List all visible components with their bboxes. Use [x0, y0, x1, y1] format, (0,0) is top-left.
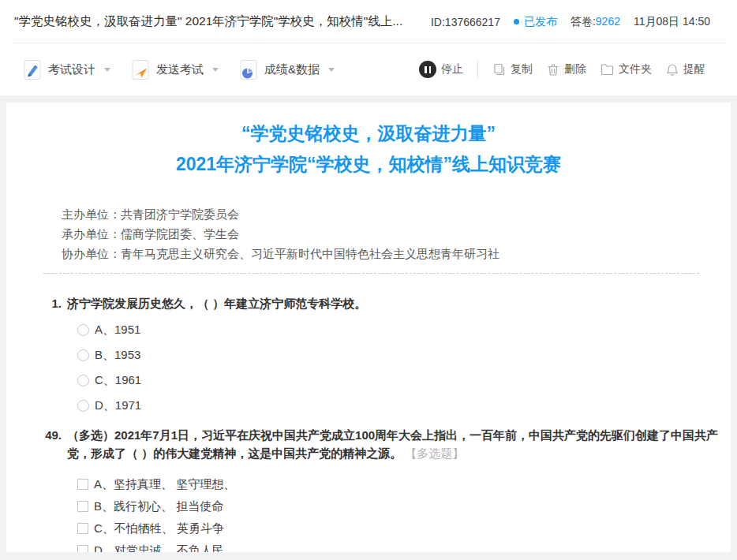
option-d[interactable]: D、1971	[77, 393, 731, 418]
question-text: 济宁学院发展历史悠久，（ ）年建立济宁师范专科学校。	[67, 294, 366, 312]
option-b[interactable]: B、1953	[77, 342, 731, 368]
option-label: B、1953	[95, 348, 140, 363]
radio-icon[interactable]	[77, 400, 89, 412]
topbar: "学党史铭校史，汲取奋进力量" 2021年济宁学院"学校史，知校情"线上... …	[0, 0, 737, 43]
send-exam-icon	[132, 59, 149, 80]
remind-label: 提醒	[683, 62, 705, 77]
survey-title-line2: 2021年济宁学院“学校史，知校情”线上知识竞赛	[6, 149, 731, 180]
delete-button[interactable]: 删除	[547, 62, 586, 77]
organizer-block: 主办单位：共青团济宁学院委员会 承办单位：儒商学院团委、学生会 协办单位：青年马…	[62, 204, 731, 263]
bell-icon	[666, 63, 679, 77]
page-background: “学党史铭校史，汲取奋进力量” 2021年济宁学院“学校史，知校情”线上知识竞赛…	[0, 95, 737, 560]
topbar-meta: ID:137666217 已发布 答卷:9262 11月08日 14:50	[431, 15, 710, 29]
survey-title-line1: “学党史铭校史，汲取奋进力量”	[6, 118, 731, 149]
question-number: 49.	[38, 426, 62, 444]
option-a[interactable]: A、坚持真理、 坚守理想、	[77, 473, 731, 495]
status-label: 已发布	[524, 15, 557, 29]
menu-scores-data-label: 成绩&数据	[264, 62, 320, 77]
copy-label: 复制	[511, 62, 533, 77]
radio-icon[interactable]	[77, 375, 89, 386]
question-49: 49. （多选）2021年7月1日，习近平在庆祝中国共产党成立100周年大会上指…	[6, 426, 731, 462]
organizer-host: 主办单位：共青团济宁学院委员会	[62, 204, 731, 224]
checkbox-icon[interactable]	[77, 545, 88, 552]
menu-send-exam-label: 发送考试	[156, 62, 204, 77]
chevron-down-icon	[328, 68, 335, 72]
menu-scores-data[interactable]: 成绩&数据	[240, 59, 335, 80]
option-c[interactable]: C、1961	[77, 368, 731, 393]
question-text-body: （多选）2021年7月1日，习近平在庆祝中国共产党成立100周年大会上指出，一百…	[67, 428, 718, 460]
toolbar: 考试设计 发送考试 成绩&数据 停止	[0, 43, 737, 95]
status-badge: 已发布	[514, 15, 557, 29]
option-label: A、1951	[95, 323, 140, 338]
exam-design-icon	[24, 59, 41, 80]
option-b[interactable]: B、践行初心、 担当使命	[77, 495, 731, 517]
organizer-undertaker: 承办单位：儒商学院团委、学生会	[62, 224, 731, 244]
answers-count[interactable]: 答卷:9262	[571, 15, 620, 29]
delete-label: 删除	[564, 62, 586, 77]
option-label: C、1961	[95, 373, 141, 388]
trash-icon	[547, 63, 559, 77]
option-a[interactable]: A、1951	[77, 317, 731, 342]
option-label: A、坚持真理、 坚守理想、	[94, 477, 235, 492]
menu-exam-design[interactable]: 考试设计	[24, 59, 110, 80]
remind-button[interactable]: 提醒	[666, 62, 705, 77]
answers-label: 答卷:	[571, 15, 596, 28]
option-d[interactable]: D、对党忠诚、 不负人民	[77, 539, 731, 552]
question-text: （多选）2021年7月1日，习近平在庆祝中国共产党成立100周年大会上指出，一百…	[67, 426, 731, 462]
section-divider	[43, 273, 699, 274]
checkbox-icon[interactable]	[77, 479, 88, 490]
multi-select-tag: 【多选题】	[405, 446, 464, 460]
status-dot-icon	[514, 19, 519, 24]
menu-exam-design-label: 考试设计	[48, 62, 95, 77]
folder-icon	[600, 63, 614, 76]
stop-button[interactable]: 停止	[419, 61, 463, 78]
exam-id: ID:137666217	[431, 16, 500, 28]
chevron-down-icon	[104, 68, 110, 72]
option-label: D、对党忠诚、 不负人民	[94, 543, 224, 553]
checkbox-icon[interactable]	[77, 501, 88, 512]
chevron-down-icon	[212, 68, 219, 72]
option-label: B、践行初心、 担当使命	[94, 499, 223, 514]
survey-preview-card: “学党史铭校史，汲取奋进力量” 2021年济宁学院“学校史，知校情”线上知识竞赛…	[6, 103, 731, 552]
option-label: D、1971	[95, 398, 141, 413]
question-number: 1.	[38, 294, 62, 312]
option-c[interactable]: C、不怕牺牲、 英勇斗争	[77, 517, 731, 539]
stop-label: 停止	[441, 62, 463, 77]
toolbar-divider	[477, 62, 478, 77]
question-49-options: A、坚持真理、 坚守理想、 B、践行初心、 担当使命 C、不怕牺牲、 英勇斗争 …	[6, 473, 731, 552]
scores-data-icon	[240, 59, 257, 80]
checkbox-icon[interactable]	[77, 523, 88, 534]
radio-icon[interactable]	[77, 349, 89, 361]
copy-icon	[492, 63, 506, 77]
menu-send-exam[interactable]: 发送考试	[132, 59, 219, 80]
copy-button[interactable]: 复制	[492, 62, 533, 77]
organizer-co: 协办单位：青年马克思主义研究会、习近平新时代中国特色社会主义思想青年研习社	[62, 244, 731, 263]
exam-datetime: 11月08日 14:50	[634, 15, 710, 29]
question-1: 1. 济宁学院发展历史悠久，（ ）年建立济宁师范专科学校。	[6, 294, 731, 312]
radio-icon[interactable]	[77, 324, 89, 336]
folder-label: 文件夹	[619, 62, 652, 77]
toolbar-actions: 停止 复制 删除 文件夹	[419, 61, 705, 78]
pause-icon	[419, 61, 436, 78]
option-label: C、不怕牺牲、 英勇斗争	[94, 521, 224, 536]
folder-button[interactable]: 文件夹	[600, 62, 652, 77]
exam-title: "学党史铭校史，汲取奋进力量" 2021年济宁学院"学校史，知校情"线上...	[14, 13, 402, 30]
question-1-options: A、1951 B、1953 C、1961 D、1971	[6, 317, 731, 418]
survey-title: “学党史铭校史，汲取奋进力量” 2021年济宁学院“学校史，知校情”线上知识竞赛	[6, 118, 731, 180]
toolbar-menus: 考试设计 发送考试 成绩&数据	[24, 59, 335, 80]
answers-count-value[interactable]: 9262	[596, 15, 620, 28]
